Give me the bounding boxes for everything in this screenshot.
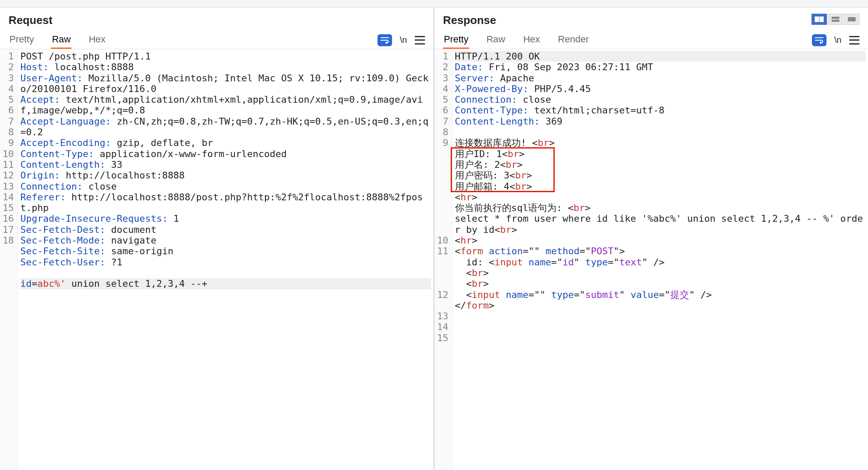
svg-rect-2	[832, 17, 839, 19]
code-line[interactable]: Connection: close	[455, 94, 866, 105]
request-title: Request	[9, 14, 53, 27]
request-tabs-row: PrettyRawHex \n	[0, 31, 434, 49]
code-line[interactable]: User-Agent: Mozilla/5.0 (Macintosh; Inte…	[21, 73, 431, 95]
single-view-button[interactable]	[844, 14, 859, 25]
response-tabs: PrettyRawHexRender	[443, 31, 590, 49]
menu-icon[interactable]	[849, 36, 859, 45]
code-line[interactable]	[455, 311, 866, 321]
code-line[interactable]: </form>	[455, 300, 866, 311]
request-line-numbers: 1 2 3 4 5 6 7 8 9 10 11 12 13 14 15 16 1…	[0, 49, 18, 470]
request-pane: Request PrettyRawHex \n 1 2 3 4 5 6 7 8 …	[0, 8, 434, 470]
window-top-bar	[0, 0, 868, 8]
tab-pretty[interactable]: Pretty	[9, 31, 35, 49]
code-line[interactable]: id: <input name="id" type="text" /> <br>…	[455, 257, 866, 289]
response-title: Response	[443, 14, 496, 27]
code-line[interactable]: Sec-Fetch-Site: same-origin	[21, 246, 431, 256]
tab-raw[interactable]: Raw	[51, 31, 71, 49]
code-line[interactable]: Server: Apache	[455, 73, 866, 83]
code-line[interactable]: Sec-Fetch-User: ?1	[21, 257, 431, 268]
line-wrap-button[interactable]	[812, 34, 826, 46]
code-line[interactable]	[455, 127, 866, 137]
request-code[interactable]: POST /post.php HTTP/1.1Host: localhost:8…	[18, 49, 434, 470]
view-mode-controls	[812, 14, 859, 25]
tab-render[interactable]: Render	[557, 31, 590, 49]
code-line[interactable]: Date: Fri, 08 Sep 2023 06:27:11 GMT	[455, 62, 866, 72]
code-line[interactable]: Content-Type: text/html;charset=utf-8	[455, 105, 866, 116]
response-pane: Response PrettyRawHexRender \n	[434, 8, 868, 470]
newline-toggle[interactable]: \n	[400, 35, 407, 45]
svg-rect-1	[820, 17, 823, 22]
code-line[interactable]: Host: localhost:8888	[21, 62, 431, 72]
code-line[interactable]: Connection: close	[21, 181, 431, 192]
code-line[interactable]: POST /post.php HTTP/1.1	[21, 51, 431, 62]
response-line-numbers: 1 2 3 4 5 6 7 8 9 10 11 12 13 14 15	[434, 49, 452, 470]
tab-raw[interactable]: Raw	[485, 31, 506, 49]
menu-icon[interactable]	[415, 36, 425, 45]
code-line[interactable]: Sec-Fetch-Mode: navigate	[21, 235, 431, 246]
code-line[interactable]: Content-Length: 33	[21, 159, 431, 170]
code-line[interactable]: <form action="" method="POST">	[455, 246, 866, 256]
newline-toggle[interactable]: \n	[834, 35, 841, 45]
code-line[interactable]: Sec-Fetch-Dest: document	[21, 224, 431, 235]
code-line[interactable]: Referer: http://localhost:8888/post.php?…	[21, 192, 431, 214]
response-header: Response	[434, 8, 868, 31]
code-line[interactable]	[21, 268, 431, 278]
request-actions: \n	[378, 34, 425, 46]
code-line[interactable]: Content-Length: 369	[455, 116, 866, 127]
tab-hex[interactable]: Hex	[88, 31, 106, 49]
code-line[interactable]: Upgrade-Insecure-Requests: 1	[21, 213, 431, 224]
tab-hex[interactable]: Hex	[522, 31, 541, 49]
request-header: Request	[0, 8, 434, 31]
response-code[interactable]: HTTP/1.1 200 OKDate: Fri, 08 Sep 2023 06…	[452, 49, 868, 470]
code-line[interactable]: <input name="" type="submit" value="提交" …	[455, 289, 866, 300]
request-tabs: PrettyRawHex	[9, 31, 107, 49]
code-line[interactable]: id=abc%' union select 1,2,3,4 --+	[21, 278, 431, 289]
code-line[interactable]: Accept-Encoding: gzip, deflate, br	[21, 137, 431, 148]
code-line[interactable]: 连接数据库成功! <br> 用户ID: 1<br> 用户名: 2<br> 用户密…	[455, 137, 866, 246]
response-actions: \n	[812, 34, 859, 46]
code-line[interactable]: Accept-Language: zh-CN,zh;q=0.8,zh-TW;q=…	[21, 116, 431, 138]
code-line[interactable]: Accept: text/html,application/xhtml+xml,…	[21, 94, 431, 116]
svg-rect-0	[815, 17, 819, 22]
response-editor[interactable]: 1 2 3 4 5 6 7 8 9 10 11 12 13 14 15 HTTP…	[434, 49, 868, 470]
request-editor[interactable]: 1 2 3 4 5 6 7 8 9 10 11 12 13 14 15 16 1…	[0, 49, 434, 470]
code-line[interactable]: X-Powered-By: PHP/5.4.45	[455, 83, 866, 94]
code-line[interactable]: Origin: http://localhost:8888	[21, 170, 431, 181]
stacked-view-button[interactable]	[828, 14, 843, 25]
svg-rect-4	[848, 17, 856, 21]
svg-rect-3	[832, 20, 839, 22]
tab-pretty[interactable]: Pretty	[443, 31, 469, 49]
split-container: Request PrettyRawHex \n 1 2 3 4 5 6 7 8 …	[0, 8, 868, 470]
code-line[interactable]: HTTP/1.1 200 OK	[455, 51, 866, 62]
split-view-button[interactable]	[812, 14, 827, 25]
line-wrap-button[interactable]	[378, 34, 392, 46]
code-line[interactable]: Content-Type: application/x-www-form-url…	[21, 149, 431, 159]
code-line[interactable]	[455, 321, 866, 332]
response-tabs-row: PrettyRawHexRender \n	[434, 31, 868, 49]
